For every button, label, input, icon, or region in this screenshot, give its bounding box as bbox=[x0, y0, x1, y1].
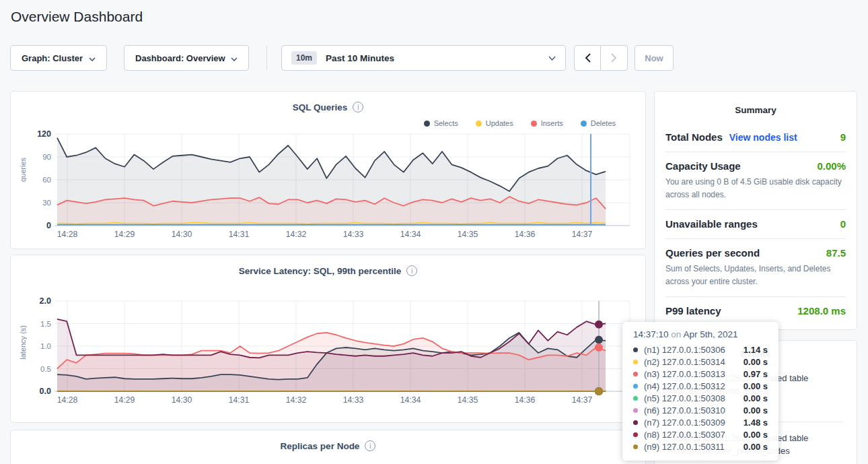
capacity-usage-value: 0.00% bbox=[817, 160, 846, 172]
replicas-per-node-title: Replicas per Node i bbox=[11, 440, 645, 451]
p99-latency-value: 1208.0 ms bbox=[797, 305, 846, 317]
total-nodes-label: Total Nodes bbox=[665, 131, 723, 143]
summary-row-total-nodes: Total Nodes View nodes list 9 bbox=[665, 123, 846, 152]
summary-row-capacity: Capacity Usage 0.00% You are using 0 B o… bbox=[665, 152, 846, 210]
svg-text:90: 90 bbox=[42, 153, 51, 161]
time-back-button[interactable] bbox=[574, 45, 601, 71]
series-dot-icon bbox=[633, 384, 638, 389]
svg-text:14:35: 14:35 bbox=[458, 395, 478, 405]
svg-text:14:34: 14:34 bbox=[400, 395, 421, 405]
summary-panel: Summary Total Nodes View nodes list 9 Ca… bbox=[654, 91, 857, 330]
summary-row-qps: Queries per second 87.5 Sum of Selects, … bbox=[665, 239, 846, 297]
replicas-per-node-panel: Replicas per Node i bbox=[10, 430, 646, 464]
series-dot-icon bbox=[633, 347, 638, 352]
svg-text:14:32: 14:32 bbox=[286, 230, 307, 239]
svg-text:14:32: 14:32 bbox=[286, 395, 307, 405]
svg-text:120: 120 bbox=[37, 129, 51, 139]
sql-queries-chart[interactable]: 030609012014:2814:2914:3014:3114:3214:33… bbox=[11, 129, 645, 248]
view-nodes-list-link[interactable]: View nodes list bbox=[729, 132, 797, 143]
service-latency-panel: Service Latency: SQL, 99th percentile i … bbox=[10, 255, 646, 423]
svg-text:14:37: 14:37 bbox=[572, 230, 593, 239]
chevron-down-icon bbox=[548, 56, 556, 61]
series-dot-icon bbox=[633, 420, 638, 425]
tooltip-row: (n1) 127.0.0.1:503061.14 s bbox=[633, 343, 768, 356]
legend-item[interactable]: Updates bbox=[476, 119, 513, 127]
svg-text:0.0: 0.0 bbox=[40, 387, 51, 396]
svg-text:14:29: 14:29 bbox=[114, 395, 135, 405]
toolbar-divider bbox=[266, 46, 267, 70]
svg-text:14:31: 14:31 bbox=[229, 395, 250, 405]
sql-queries-panel: SQL Queries i SelectsUpdatesInsertsDelet… bbox=[10, 91, 646, 249]
p99-latency-label: P99 latency bbox=[665, 305, 721, 317]
legend-item[interactable]: Selects bbox=[424, 119, 458, 127]
svg-text:0: 0 bbox=[46, 221, 51, 230]
tooltip-row: (n4) 127.0.0.1:503120.00 s bbox=[633, 380, 768, 392]
svg-text:14:33: 14:33 bbox=[343, 230, 364, 239]
time-nav bbox=[574, 45, 628, 71]
page-title: Overview Dashboard bbox=[11, 9, 143, 25]
summary-title: Summary bbox=[665, 105, 846, 115]
series-dot-icon bbox=[633, 444, 638, 449]
time-range-selector[interactable]: 10m Past 10 Minutes bbox=[281, 45, 566, 71]
time-range-label: Past 10 Minutes bbox=[326, 53, 394, 63]
qps-value: 87.5 bbox=[826, 247, 846, 259]
dashboard-dropdown-label: Dashboard: Overview bbox=[135, 53, 225, 63]
qps-label: Queries per second bbox=[665, 247, 760, 259]
svg-text:14:28: 14:28 bbox=[57, 395, 78, 405]
chevron-down-icon bbox=[231, 53, 238, 63]
summary-row-unavailable: Unavailable ranges 0 bbox=[665, 210, 846, 239]
series-dot-icon bbox=[633, 360, 638, 364]
svg-text:14:28: 14:28 bbox=[57, 230, 78, 239]
svg-text:14:30: 14:30 bbox=[172, 395, 192, 405]
service-latency-chart[interactable]: 0.00.51.01.52.014:2814:2914:3014:3114:32… bbox=[11, 296, 645, 416]
svg-text:1.0: 1.0 bbox=[40, 342, 51, 350]
toolbar: Graph: Cluster Dashboard: Overview 10m P… bbox=[10, 45, 674, 71]
tooltip-row: (n7) 127.0.0.1:503091.48 s bbox=[633, 416, 768, 428]
series-dot-icon bbox=[633, 396, 638, 401]
svg-text:1.5: 1.5 bbox=[40, 320, 51, 328]
series-dot-icon bbox=[633, 372, 638, 376]
graph-dropdown-label: Graph: Cluster bbox=[22, 53, 83, 63]
chart-tooltip: 14:37:10 on Apr 5th, 2021 (n1) 127.0.0.1… bbox=[622, 322, 779, 461]
svg-text:14:37: 14:37 bbox=[572, 395, 593, 405]
svg-text:14:33: 14:33 bbox=[343, 395, 364, 405]
qps-subtext: Sum of Selects, Updates, Inserts, and De… bbox=[665, 263, 846, 288]
svg-text:14:36: 14:36 bbox=[515, 395, 536, 405]
svg-text:14:34: 14:34 bbox=[400, 230, 421, 239]
tooltip-row: (n2) 127.0.0.1:503140.00 s bbox=[633, 356, 768, 368]
svg-text:0.5: 0.5 bbox=[40, 365, 51, 373]
svg-text:60: 60 bbox=[42, 176, 51, 184]
total-nodes-value: 9 bbox=[840, 131, 846, 143]
info-icon[interactable]: i bbox=[406, 265, 417, 276]
info-icon[interactable]: i bbox=[365, 440, 375, 451]
svg-text:14:29: 14:29 bbox=[114, 230, 135, 239]
tooltip-row: (n6) 127.0.0.1:503100.00 s bbox=[633, 404, 768, 416]
chevron-down-icon bbox=[89, 53, 96, 63]
time-forward-button[interactable] bbox=[601, 45, 628, 71]
series-dot-icon bbox=[633, 432, 638, 437]
capacity-usage-label: Capacity Usage bbox=[665, 160, 741, 172]
now-button[interactable]: Now bbox=[635, 45, 674, 71]
tooltip-row: (n8) 127.0.0.1:503070.00 s bbox=[633, 428, 768, 440]
svg-text:14:31: 14:31 bbox=[229, 230, 250, 239]
series-dot-icon bbox=[633, 408, 638, 413]
svg-text:14:35: 14:35 bbox=[458, 230, 478, 239]
unavailable-ranges-value: 0 bbox=[840, 218, 846, 230]
graph-dropdown[interactable]: Graph: Cluster bbox=[10, 45, 107, 71]
svg-text:14:30: 14:30 bbox=[172, 230, 192, 239]
tooltip-header: 14:37:10 on Apr 5th, 2021 bbox=[633, 329, 768, 339]
svg-text:14:36: 14:36 bbox=[515, 230, 536, 239]
info-icon[interactable]: i bbox=[353, 102, 363, 112]
tooltip-row: (n5) 127.0.0.1:503080.00 s bbox=[633, 392, 768, 404]
service-latency-title: Service Latency: SQL, 99th percentile i bbox=[11, 265, 645, 276]
legend-item[interactable]: Inserts bbox=[531, 119, 563, 127]
tooltip-row: (n9) 127.0.0.1:503110.00 s bbox=[633, 440, 768, 453]
sql-queries-legend: SelectsUpdatesInsertsDeletes bbox=[424, 119, 616, 127]
capacity-usage-subtext: You are using 0 B of 4.5 GiB usable disk… bbox=[665, 176, 846, 201]
svg-text:30: 30 bbox=[42, 199, 51, 207]
dashboard-dropdown[interactable]: Dashboard: Overview bbox=[124, 45, 249, 71]
sql-queries-title: SQL Queries i bbox=[11, 102, 645, 112]
tooltip-row: (n3) 127.0.0.1:503130.97 s bbox=[633, 368, 768, 380]
svg-text:2.0: 2.0 bbox=[40, 296, 51, 306]
legend-item[interactable]: Deletes bbox=[581, 119, 616, 127]
